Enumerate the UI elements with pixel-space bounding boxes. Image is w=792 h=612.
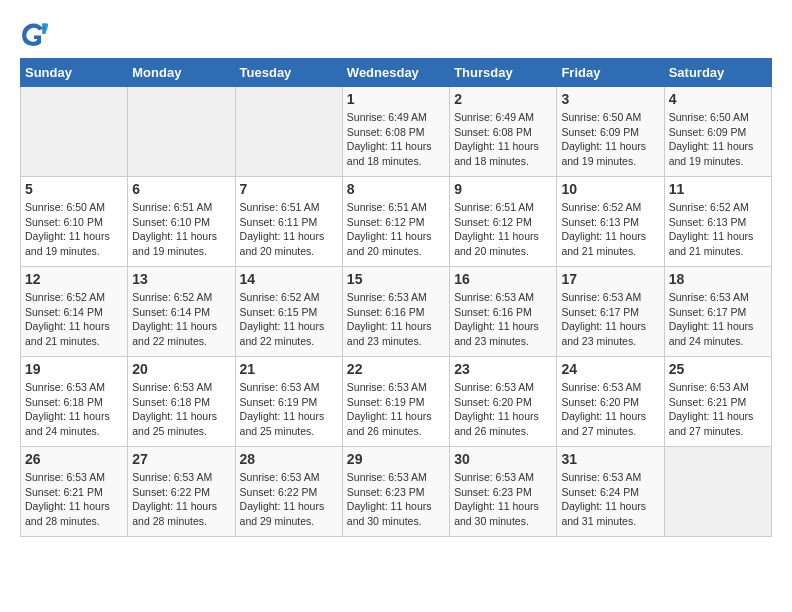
calendar-cell: 12Sunrise: 6:52 AM Sunset: 6:14 PM Dayli… bbox=[21, 267, 128, 357]
week-row-5: 26Sunrise: 6:53 AM Sunset: 6:21 PM Dayli… bbox=[21, 447, 772, 537]
page-header bbox=[20, 20, 772, 48]
week-row-3: 12Sunrise: 6:52 AM Sunset: 6:14 PM Dayli… bbox=[21, 267, 772, 357]
day-info: Sunrise: 6:53 AM Sunset: 6:16 PM Dayligh… bbox=[347, 290, 445, 349]
day-info: Sunrise: 6:53 AM Sunset: 6:23 PM Dayligh… bbox=[454, 470, 552, 529]
day-number: 29 bbox=[347, 451, 445, 467]
calendar-cell: 30Sunrise: 6:53 AM Sunset: 6:23 PM Dayli… bbox=[450, 447, 557, 537]
calendar-cell: 28Sunrise: 6:53 AM Sunset: 6:22 PM Dayli… bbox=[235, 447, 342, 537]
day-info: Sunrise: 6:53 AM Sunset: 6:22 PM Dayligh… bbox=[132, 470, 230, 529]
day-number: 30 bbox=[454, 451, 552, 467]
day-info: Sunrise: 6:53 AM Sunset: 6:21 PM Dayligh… bbox=[25, 470, 123, 529]
day-info: Sunrise: 6:50 AM Sunset: 6:10 PM Dayligh… bbox=[25, 200, 123, 259]
day-number: 6 bbox=[132, 181, 230, 197]
day-number: 8 bbox=[347, 181, 445, 197]
day-header-sunday: Sunday bbox=[21, 59, 128, 87]
day-number: 22 bbox=[347, 361, 445, 377]
day-number: 16 bbox=[454, 271, 552, 287]
day-number: 31 bbox=[561, 451, 659, 467]
day-number: 12 bbox=[25, 271, 123, 287]
day-info: Sunrise: 6:51 AM Sunset: 6:10 PM Dayligh… bbox=[132, 200, 230, 259]
day-number: 7 bbox=[240, 181, 338, 197]
calendar-cell: 26Sunrise: 6:53 AM Sunset: 6:21 PM Dayli… bbox=[21, 447, 128, 537]
day-number: 27 bbox=[132, 451, 230, 467]
day-number: 3 bbox=[561, 91, 659, 107]
days-header-row: SundayMondayTuesdayWednesdayThursdayFrid… bbox=[21, 59, 772, 87]
calendar-cell: 4Sunrise: 6:50 AM Sunset: 6:09 PM Daylig… bbox=[664, 87, 771, 177]
calendar-cell bbox=[21, 87, 128, 177]
day-info: Sunrise: 6:52 AM Sunset: 6:15 PM Dayligh… bbox=[240, 290, 338, 349]
calendar-cell: 6Sunrise: 6:51 AM Sunset: 6:10 PM Daylig… bbox=[128, 177, 235, 267]
day-number: 17 bbox=[561, 271, 659, 287]
day-info: Sunrise: 6:53 AM Sunset: 6:17 PM Dayligh… bbox=[561, 290, 659, 349]
day-number: 25 bbox=[669, 361, 767, 377]
day-info: Sunrise: 6:51 AM Sunset: 6:12 PM Dayligh… bbox=[347, 200, 445, 259]
day-number: 4 bbox=[669, 91, 767, 107]
day-info: Sunrise: 6:53 AM Sunset: 6:22 PM Dayligh… bbox=[240, 470, 338, 529]
calendar-cell: 24Sunrise: 6:53 AM Sunset: 6:20 PM Dayli… bbox=[557, 357, 664, 447]
calendar-cell: 25Sunrise: 6:53 AM Sunset: 6:21 PM Dayli… bbox=[664, 357, 771, 447]
calendar-cell: 27Sunrise: 6:53 AM Sunset: 6:22 PM Dayli… bbox=[128, 447, 235, 537]
day-header-friday: Friday bbox=[557, 59, 664, 87]
day-number: 14 bbox=[240, 271, 338, 287]
day-number: 10 bbox=[561, 181, 659, 197]
day-header-wednesday: Wednesday bbox=[342, 59, 449, 87]
day-info: Sunrise: 6:53 AM Sunset: 6:23 PM Dayligh… bbox=[347, 470, 445, 529]
day-info: Sunrise: 6:53 AM Sunset: 6:18 PM Dayligh… bbox=[132, 380, 230, 439]
calendar-cell: 9Sunrise: 6:51 AM Sunset: 6:12 PM Daylig… bbox=[450, 177, 557, 267]
day-info: Sunrise: 6:52 AM Sunset: 6:13 PM Dayligh… bbox=[561, 200, 659, 259]
calendar-cell: 29Sunrise: 6:53 AM Sunset: 6:23 PM Dayli… bbox=[342, 447, 449, 537]
calendar-cell: 10Sunrise: 6:52 AM Sunset: 6:13 PM Dayli… bbox=[557, 177, 664, 267]
day-number: 2 bbox=[454, 91, 552, 107]
day-number: 5 bbox=[25, 181, 123, 197]
day-header-tuesday: Tuesday bbox=[235, 59, 342, 87]
day-info: Sunrise: 6:52 AM Sunset: 6:13 PM Dayligh… bbox=[669, 200, 767, 259]
day-number: 26 bbox=[25, 451, 123, 467]
day-header-thursday: Thursday bbox=[450, 59, 557, 87]
day-info: Sunrise: 6:53 AM Sunset: 6:21 PM Dayligh… bbox=[669, 380, 767, 439]
day-header-monday: Monday bbox=[128, 59, 235, 87]
calendar-cell: 14Sunrise: 6:52 AM Sunset: 6:15 PM Dayli… bbox=[235, 267, 342, 357]
day-number: 15 bbox=[347, 271, 445, 287]
calendar-table: SundayMondayTuesdayWednesdayThursdayFrid… bbox=[20, 58, 772, 537]
day-number: 20 bbox=[132, 361, 230, 377]
day-number: 24 bbox=[561, 361, 659, 377]
day-info: Sunrise: 6:53 AM Sunset: 6:18 PM Dayligh… bbox=[25, 380, 123, 439]
day-number: 11 bbox=[669, 181, 767, 197]
calendar-cell: 1Sunrise: 6:49 AM Sunset: 6:08 PM Daylig… bbox=[342, 87, 449, 177]
day-number: 21 bbox=[240, 361, 338, 377]
day-number: 18 bbox=[669, 271, 767, 287]
day-info: Sunrise: 6:53 AM Sunset: 6:20 PM Dayligh… bbox=[561, 380, 659, 439]
calendar-cell: 11Sunrise: 6:52 AM Sunset: 6:13 PM Dayli… bbox=[664, 177, 771, 267]
week-row-2: 5Sunrise: 6:50 AM Sunset: 6:10 PM Daylig… bbox=[21, 177, 772, 267]
day-info: Sunrise: 6:53 AM Sunset: 6:19 PM Dayligh… bbox=[347, 380, 445, 439]
day-info: Sunrise: 6:49 AM Sunset: 6:08 PM Dayligh… bbox=[347, 110, 445, 169]
calendar-cell bbox=[128, 87, 235, 177]
day-info: Sunrise: 6:53 AM Sunset: 6:16 PM Dayligh… bbox=[454, 290, 552, 349]
day-info: Sunrise: 6:49 AM Sunset: 6:08 PM Dayligh… bbox=[454, 110, 552, 169]
calendar-cell: 21Sunrise: 6:53 AM Sunset: 6:19 PM Dayli… bbox=[235, 357, 342, 447]
day-header-saturday: Saturday bbox=[664, 59, 771, 87]
logo bbox=[20, 20, 52, 48]
calendar-cell: 23Sunrise: 6:53 AM Sunset: 6:20 PM Dayli… bbox=[450, 357, 557, 447]
day-number: 19 bbox=[25, 361, 123, 377]
day-info: Sunrise: 6:50 AM Sunset: 6:09 PM Dayligh… bbox=[561, 110, 659, 169]
calendar-cell: 16Sunrise: 6:53 AM Sunset: 6:16 PM Dayli… bbox=[450, 267, 557, 357]
day-info: Sunrise: 6:52 AM Sunset: 6:14 PM Dayligh… bbox=[25, 290, 123, 349]
day-number: 23 bbox=[454, 361, 552, 377]
calendar-cell: 20Sunrise: 6:53 AM Sunset: 6:18 PM Dayli… bbox=[128, 357, 235, 447]
day-info: Sunrise: 6:53 AM Sunset: 6:24 PM Dayligh… bbox=[561, 470, 659, 529]
calendar-cell: 19Sunrise: 6:53 AM Sunset: 6:18 PM Dayli… bbox=[21, 357, 128, 447]
day-info: Sunrise: 6:53 AM Sunset: 6:20 PM Dayligh… bbox=[454, 380, 552, 439]
day-number: 13 bbox=[132, 271, 230, 287]
day-info: Sunrise: 6:50 AM Sunset: 6:09 PM Dayligh… bbox=[669, 110, 767, 169]
day-info: Sunrise: 6:51 AM Sunset: 6:11 PM Dayligh… bbox=[240, 200, 338, 259]
day-info: Sunrise: 6:52 AM Sunset: 6:14 PM Dayligh… bbox=[132, 290, 230, 349]
calendar-cell: 8Sunrise: 6:51 AM Sunset: 6:12 PM Daylig… bbox=[342, 177, 449, 267]
calendar-cell: 13Sunrise: 6:52 AM Sunset: 6:14 PM Dayli… bbox=[128, 267, 235, 357]
day-info: Sunrise: 6:53 AM Sunset: 6:19 PM Dayligh… bbox=[240, 380, 338, 439]
day-number: 28 bbox=[240, 451, 338, 467]
calendar-cell bbox=[235, 87, 342, 177]
day-number: 1 bbox=[347, 91, 445, 107]
logo-icon bbox=[20, 20, 48, 48]
day-info: Sunrise: 6:53 AM Sunset: 6:17 PM Dayligh… bbox=[669, 290, 767, 349]
